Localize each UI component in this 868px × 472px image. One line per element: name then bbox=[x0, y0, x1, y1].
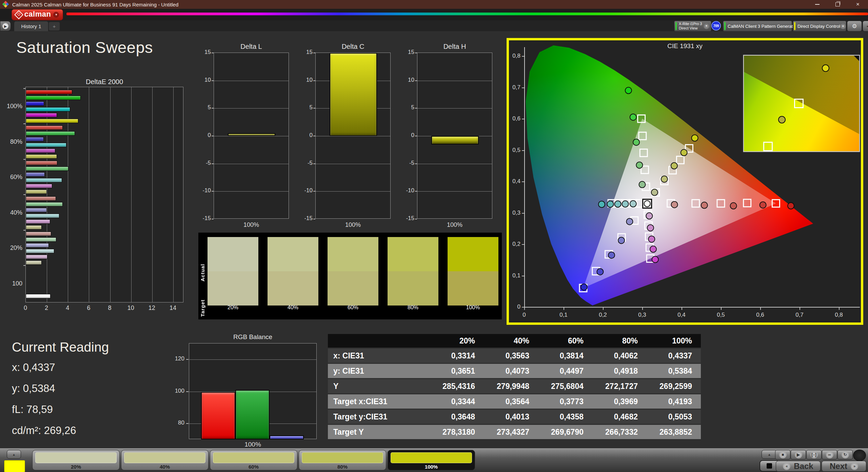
calman-logo-icon bbox=[14, 10, 23, 19]
rainbow-divider bbox=[66, 13, 868, 15]
refresh-button[interactable]: ↻ bbox=[837, 450, 853, 459]
swatch-column bbox=[208, 237, 258, 306]
deltae-bar bbox=[26, 214, 59, 218]
actual-swatch bbox=[268, 237, 318, 271]
cie-measured-point bbox=[681, 150, 687, 156]
app-window: Calman 2025 Calman Ultimate for Business… bbox=[0, 0, 868, 472]
deltae-bar bbox=[26, 237, 56, 242]
deltae-bar bbox=[26, 219, 50, 224]
stop-icon bbox=[767, 463, 772, 469]
pattern-swatch bbox=[391, 452, 472, 463]
x-tick-label: 8 bbox=[103, 304, 117, 312]
play-button[interactable]: ▶ bbox=[791, 450, 806, 459]
table-row: Y285,4316279,9948275,6804272,1727269,259… bbox=[328, 379, 701, 393]
y-tick-label: 5 bbox=[196, 104, 211, 111]
next-button[interactable]: Next » bbox=[822, 461, 866, 472]
pattern-preview-swatch[interactable] bbox=[4, 460, 25, 472]
pattern-panel-expand-button[interactable]: ▲ bbox=[7, 450, 21, 459]
back-button[interactable]: « Back bbox=[776, 461, 821, 472]
deltae-bar bbox=[26, 119, 78, 123]
table-value-cell: 0,3773 bbox=[538, 397, 592, 406]
cie-measured-point bbox=[598, 201, 605, 208]
delta-chart bbox=[315, 53, 391, 219]
settings-button[interactable]: ⚙ bbox=[847, 21, 862, 32]
meter-dropdown[interactable]: X-Rite i1Pro 3 Direct View ▼ bbox=[674, 21, 711, 32]
pattern-button-60%[interactable]: 60% bbox=[210, 450, 297, 470]
chevron-up-icon: ▲ bbox=[12, 453, 16, 456]
pattern-button-20%[interactable]: 20% bbox=[32, 450, 120, 470]
tab-history-1[interactable]: History 1 bbox=[14, 21, 48, 31]
gridline bbox=[89, 87, 89, 302]
y-tick bbox=[186, 359, 189, 360]
app-logo-icon bbox=[3, 1, 9, 7]
y-tick bbox=[23, 194, 25, 195]
rgb-balance-title: RGB Balance bbox=[189, 333, 317, 341]
y-tick-label: 5 bbox=[399, 104, 414, 111]
delta-chart-title: Delta H bbox=[417, 43, 492, 51]
inset-target-square bbox=[794, 99, 804, 108]
window-title: Calman 2025 Calman Ultimate for Business… bbox=[12, 2, 178, 7]
colorspace-709-badge[interactable]: 709 bbox=[711, 21, 721, 31]
y-tick bbox=[212, 136, 214, 136]
step-button[interactable]: [–] bbox=[806, 450, 822, 459]
y-tick bbox=[212, 80, 214, 81]
table-row: x: CIE310,33140,35630,38140,40620,4337 bbox=[328, 349, 701, 363]
deltae-bar bbox=[26, 202, 63, 206]
pattern-label: 40% bbox=[121, 464, 208, 470]
y-tick bbox=[313, 219, 315, 219]
deltae-bar bbox=[26, 243, 49, 248]
y-tick bbox=[522, 276, 524, 276]
table-row: Target x:CIE310,33440,35640,37730,39690,… bbox=[328, 394, 701, 409]
display-control-dropdown[interactable]: Direct Display Control ▼ bbox=[793, 21, 846, 32]
minimize-button[interactable] bbox=[807, 0, 827, 9]
cie-whitepoint bbox=[644, 201, 650, 207]
y-tick-label: 0,2 bbox=[507, 241, 520, 248]
close-button[interactable]: × bbox=[848, 0, 868, 9]
y-tick bbox=[212, 163, 214, 164]
x-tick bbox=[642, 308, 643, 310]
deltae-bar bbox=[26, 143, 66, 147]
x-tick bbox=[564, 308, 564, 310]
pattern-button-40%[interactable]: 40% bbox=[121, 450, 209, 470]
deltae-bar bbox=[26, 131, 75, 136]
collapse-panel-button[interactable]: ◀ bbox=[863, 21, 868, 32]
actual-swatch bbox=[328, 237, 378, 271]
layout-expander-button[interactable]: ▶ bbox=[0, 21, 11, 31]
actual-swatch bbox=[448, 237, 498, 271]
inset-measured-point bbox=[822, 64, 829, 72]
y-tick bbox=[522, 307, 524, 308]
stop-button[interactable]: ■ bbox=[775, 450, 790, 459]
y-tick-label: 0,4 bbox=[507, 178, 520, 185]
cie-measured-point bbox=[639, 181, 646, 188]
y-tick bbox=[23, 265, 25, 266]
table-row-label: Target y:CIE31 bbox=[328, 412, 430, 421]
pattern-button-100%[interactable]: 100% bbox=[388, 450, 475, 470]
calman-menu-button[interactable]: calman ▼ bbox=[12, 9, 63, 20]
y-tick bbox=[23, 159, 25, 160]
table-row-label: Target Y bbox=[328, 428, 430, 437]
y-tick-label: 0 bbox=[399, 132, 414, 139]
x-tick-label: 0,5 bbox=[712, 312, 729, 318]
deltae-bar bbox=[26, 178, 62, 182]
loop-button[interactable]: ∞ bbox=[822, 450, 837, 459]
pattern-swatch bbox=[124, 452, 205, 463]
table-value-cell: 0,3969 bbox=[592, 397, 647, 406]
y-tick bbox=[313, 53, 315, 53]
tab-row: ▶ History 1 + X-Rite i1Pro 3 Direct View… bbox=[0, 20, 868, 31]
table-value-cell: 0,4193 bbox=[647, 397, 701, 406]
gridline bbox=[189, 359, 316, 360]
pattern-button-80%[interactable]: 80% bbox=[299, 450, 386, 470]
y-tick-label: 0 bbox=[507, 303, 520, 310]
cie-measured-point bbox=[607, 201, 614, 208]
cie-measured-point bbox=[633, 139, 639, 145]
target-swatch bbox=[268, 271, 318, 306]
deltae-bar bbox=[26, 96, 81, 100]
cie-zoom-inset bbox=[743, 55, 860, 152]
y-tick bbox=[186, 423, 189, 424]
x-tick-label: 0,3 bbox=[634, 312, 651, 318]
y-tick bbox=[415, 80, 417, 81]
pattern-generator-dropdown[interactable]: CalMAN Client 3 Pattern Generator ▼ bbox=[723, 21, 792, 32]
add-tab-button[interactable]: + bbox=[49, 22, 60, 31]
measurement-table: 20%40%60%80%100%x: CIE310,33140,35630,38… bbox=[328, 334, 701, 440]
maximize-button[interactable] bbox=[827, 0, 848, 9]
